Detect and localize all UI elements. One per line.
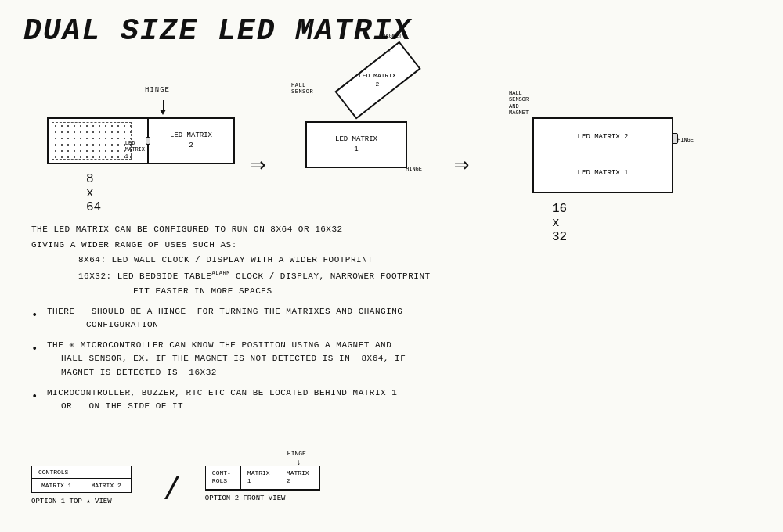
option-2-cells: CONT- ROLS MATRIX 1 MATRIX 2: [206, 466, 319, 490]
matrix-1-box2: LED MATRIX 1: [305, 121, 407, 168]
option-2-table: CONT- ROLS MATRIX 1 MATRIX 2: [205, 466, 320, 491]
matrix-1-dots: [52, 122, 132, 160]
matrix-2-stacked: LED MATRIX 2: [532, 117, 673, 156]
alarm-super: ALARM: [211, 270, 230, 276]
arrow-1: ⇒: [251, 149, 265, 180]
option-2-hinge-label: HINGE: [287, 450, 306, 457]
slash-divider: /: [163, 473, 182, 509]
bullet-3-dot: •: [31, 388, 38, 405]
hinge-label-3: HINGE: [677, 137, 694, 143]
option-2-cell1: CONT- ROLS: [206, 466, 241, 490]
tilted-container: LED MATRIX 2: [337, 63, 419, 98]
option-1-header: CONTROLS: [32, 466, 131, 479]
option-1-cell2: MATRIX 2: [81, 479, 130, 492]
matrix-2-plain: LED MATRIX 2: [149, 117, 235, 164]
desc-line1: THE LED MATRIX CAN BE CONFIGURED TO RUN …: [31, 223, 767, 237]
desc-line4: 16x32: LED BEDSIDE TABLEALARM CLOCK / DI…: [78, 269, 767, 283]
bullet-2-dot: •: [31, 340, 38, 358]
option-2-cell3: MATRIX 2: [280, 466, 319, 490]
hinge-label-2: HINGE: [406, 166, 422, 172]
matrix-pair-1: LEDMATRIX1 LED MATRIX 2: [47, 117, 235, 164]
option-1-cells: MATRIX 1 MATRIX 2: [32, 479, 131, 492]
magnet-arrow: ↓: [388, 47, 392, 54]
matrix-1-label-2: LED MATRIX 1: [335, 135, 377, 154]
desc-line5: FIT EASIER IN MORE SPACES: [133, 285, 767, 299]
bullet-2-line2: HALL SENSOR, EX. IF THE MAGNET IS NOT DE…: [61, 354, 406, 363]
bullet-3-text: MICROCONTROLLER, BUZZER, RTC ETC CAN BE …: [47, 388, 397, 397]
bullet-3-cont: OR ON THE SIDE OF IT: [61, 401, 183, 411]
option-1-area: CONTROLS MATRIX 1 MATRIX 2 OPTION 1 TOP …: [31, 466, 132, 505]
option-1-table: CONTROLS MATRIX 1 MATRIX 2: [31, 466, 132, 493]
hall-label-2: HALL SENSOR: [291, 82, 313, 95]
desc-line2: GIVING A WIDER RANGE OF USES SUCH AS:: [31, 239, 767, 253]
size-label-1: 8 x 64: [86, 172, 101, 214]
hinge-label-1: HINGE: [145, 86, 170, 94]
hinge-arrow-tip: [160, 110, 166, 115]
bullet-2-line3: MAGNET IS DETECTED IS 16x32: [61, 368, 217, 377]
page-title: Dual Size Led Matrix: [23, 14, 412, 48]
option-2-cell2: MATRIX 1: [241, 466, 280, 490]
matrix-1-dotted: LEDMATRIX1: [47, 117, 149, 164]
bullet-1-cont: CONFIGURATION: [86, 320, 158, 329]
hinge-notch: [146, 137, 150, 145]
matrix-2-stacked-label: LED MATRIX 2: [578, 133, 629, 141]
matrix-2-label: LED MATRIX 2: [170, 131, 212, 150]
bullet-3: • MICROCONTROLLER, BUZZER, RTC ETC CAN B…: [31, 386, 767, 414]
matrix-1-stacked-label: LED MATRIX 1: [578, 169, 629, 177]
diagrams-area: HINGE LEDMATRIX1 LED MATRIX 2 8 x 64: [0, 63, 783, 219]
bottom-diagrams: CONTROLS MATRIX 1 MATRIX 2 OPTION 1 TOP …: [31, 466, 320, 509]
hinge-visual-3: [672, 133, 678, 144]
magnet-label: MAGNET: [382, 33, 402, 39]
matrix-2-tilted: LED MATRIX 2: [334, 41, 420, 119]
option-1-cell1: MATRIX 1: [32, 479, 81, 492]
bullet-1-text: THERE SHOULD BE A HINGE FOR TURNING THE …: [47, 307, 402, 316]
bullet-2: • THE ✳ MICROCONTROLLER CAN KNOW THE POS…: [31, 339, 767, 380]
matrix-1-label: LEDMATRIX1: [125, 140, 145, 160]
bullet-1-dot: •: [31, 307, 38, 324]
arrow-2: ⇒: [454, 149, 469, 180]
bullet-2-text: THE ✳ MICROCONTROLLER CAN KNOW THE POSIT…: [47, 340, 392, 350]
page: Dual Size Led Matrix HINGE LEDMATRIX1 LE…: [0, 0, 783, 532]
matrix-2-tilted-label: LED MATRIX 2: [359, 71, 396, 88]
description-area: THE LED MATRIX CAN BE CONFIGURED TO RUN …: [31, 223, 767, 414]
bullet-1: • THERE SHOULD BE A HINGE FOR TURNING TH…: [31, 305, 767, 332]
option-2-label: OPTION 2 FRONT VIEW: [205, 494, 320, 502]
option-2-hinge-arrow: ↓: [297, 458, 301, 467]
option-1-label: OPTION 1 TOP ★ VIEW: [31, 497, 132, 505]
matrix-1-stacked: LED MATRIX 1: [532, 154, 673, 193]
option-2-area: HINGE ↓ CONT- ROLS MATRIX 1 MATRIX 2 OPT…: [205, 466, 320, 502]
hall-label-3: HALL SENSOR AND MAGNET: [509, 90, 529, 117]
desc-line3: 8x64: LED WALL CLOCK / DISPLAY WITH A WI…: [78, 253, 767, 268]
